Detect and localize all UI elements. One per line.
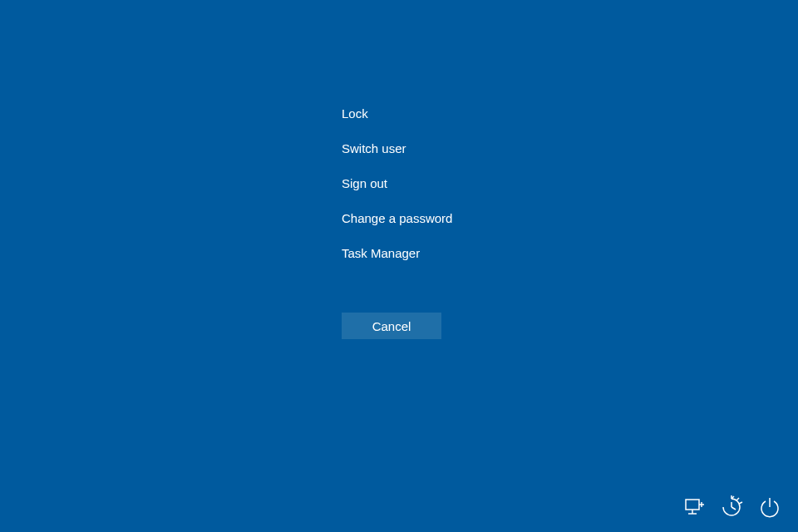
menu-item-lock[interactable]: Lock — [342, 106, 452, 121]
menu-item-sign-out[interactable]: Sign out — [342, 176, 452, 190]
network-icon[interactable] — [682, 495, 705, 519]
svg-line-6 — [732, 507, 736, 510]
cancel-button[interactable]: Cancel — [342, 313, 441, 339]
ease-of-access-icon[interactable] — [720, 495, 743, 519]
menu-item-task-manager[interactable]: Task Manager — [342, 246, 452, 260]
power-icon[interactable] — [758, 495, 781, 519]
menu-item-change-password[interactable]: Change a password — [342, 211, 452, 225]
security-options-menu: Lock Switch user Sign out Change a passw… — [342, 106, 452, 281]
svg-rect-0 — [686, 500, 699, 510]
bottom-icons-bar — [682, 495, 781, 519]
menu-item-switch-user[interactable]: Switch user — [342, 141, 452, 155]
